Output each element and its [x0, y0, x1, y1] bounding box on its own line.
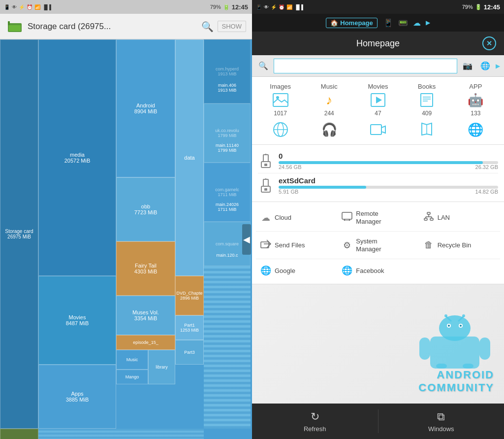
right-panel: 📱 👁 ⚡ ⏰ 📶 ▐▌▌ 79% 🔋 12:45 🏠 Homepage 📱 📟…	[252, 0, 504, 439]
storage-item-0[interactable]: 0 24.56 GB 26.32 GB	[258, 149, 498, 173]
recycle-bin-icon: 🗑	[423, 240, 435, 250]
chevron-right-icon: ▶	[426, 19, 430, 26]
tm-obb[interactable]: obb7723 MiB	[116, 177, 175, 241]
media-item-headphones[interactable]: 🎧	[308, 121, 351, 138]
signal-icon: ▐▌▌	[42, 4, 53, 10]
search-chevron-icon: ▶	[496, 63, 500, 69]
media-item-images[interactable]: Images 1017	[259, 83, 302, 117]
tm-episode[interactable]: episode_15_	[116, 335, 175, 350]
android-community-text: ANDROID COMMUNITY	[415, 369, 494, 394]
action-facebook[interactable]: 🌐 Facebook	[337, 259, 418, 282]
r-signal-icon: ▐▌▌	[294, 4, 305, 10]
battery-icon: 🔋	[223, 4, 230, 10]
r-battery-percent: 79%	[462, 4, 473, 10]
facebook-label: Facebook	[356, 267, 384, 275]
header-close-button[interactable]: ✕	[482, 36, 496, 50]
media-item-video[interactable]	[356, 121, 400, 138]
media-item-globe2[interactable]: 🌐	[454, 121, 497, 138]
svg-rect-30	[427, 212, 430, 214]
svg-point-47	[444, 314, 447, 317]
left-toolbar-title: Storage card (26975...	[28, 22, 197, 32]
tm-data[interactable]: data	[175, 39, 204, 276]
svg-point-44	[460, 325, 462, 327]
svg-point-48	[462, 314, 465, 317]
tm-movies[interactable]: Movies8487 MiB	[38, 276, 116, 365]
search-input[interactable]	[274, 59, 457, 73]
windows-button[interactable]: ⧉ Windows	[378, 404, 504, 439]
tm-main11140[interactable]: main.111401799 MiB	[204, 103, 251, 163]
treemap-container: Storage card26975 MiB media20572 MiB Mov…	[0, 39, 252, 439]
movies-label: Movies	[368, 83, 388, 90]
tm-main24026[interactable]: main.240261711 MiB	[204, 163, 251, 222]
search-right-icon[interactable]: 📷	[460, 59, 475, 73]
storage-info-0: 0 24.56 GB 26.32 GB	[279, 152, 498, 170]
google-label: Google	[275, 267, 295, 275]
svg-rect-50	[479, 338, 490, 360]
svg-rect-32	[430, 218, 433, 220]
tm-apps[interactable]: Apps3885 MiB	[38, 365, 116, 429]
wifi-icon: 📶	[34, 4, 40, 10]
show-button[interactable]: SHOW	[218, 21, 246, 32]
tm-storage-card[interactable]: Storage card26975 MiB	[0, 39, 38, 429]
tm-mango[interactable]: Mango	[116, 370, 148, 384]
app-icon: 🤖	[468, 91, 483, 109]
r-sim-icon: 📱	[256, 4, 262, 10]
tm-system-data[interactable]: System data	[0, 429, 38, 439]
refresh-button[interactable]: ↻ Refresh	[252, 404, 378, 439]
tm-main406[interactable]: main.4061913 MiB	[204, 39, 251, 103]
svg-rect-51	[436, 364, 447, 369]
storage-bar-bg-0	[279, 161, 498, 164]
tm-muses[interactable]: Muses Vol.3354 MiB	[116, 296, 175, 335]
android-community-section: ANDROID COMMUNITY	[252, 284, 504, 404]
music-icon: ♪	[326, 91, 332, 109]
tm-part1[interactable]: Part11253 MiB	[175, 315, 204, 340]
tm-part3[interactable]: Part3	[175, 340, 204, 365]
media-item-web[interactable]	[259, 121, 302, 138]
r-battery-icon: 🔋	[475, 4, 482, 10]
books-label: Books	[418, 83, 436, 90]
right-status-icons: 📱 👁 ⚡ ⏰ 📶 ▐▌▌	[256, 4, 305, 10]
ebook-icon	[420, 121, 434, 138]
homepage-nav-button[interactable]: 🏠 Homepage	[326, 18, 377, 28]
storage-info-ext: extSdCard 5.91 GB 14.82 GB	[279, 176, 498, 195]
cloud-action-label: Cloud	[275, 214, 291, 222]
remote-manager-label: RemoteManager	[356, 210, 381, 225]
right-status-time: 12:45	[484, 3, 500, 11]
movies-count: 47	[375, 110, 381, 117]
media-item-movies[interactable]: Movies 47	[356, 83, 400, 117]
tm-media[interactable]: media20572 MiB	[38, 39, 116, 276]
tm-music[interactable]: Music	[116, 350, 148, 370]
left-toolbar: Storage card (26975... 🔍 SHOW	[0, 14, 252, 39]
left-arrow-icon[interactable]: ◀	[242, 224, 251, 255]
svg-rect-3	[8, 21, 10, 25]
bt-icon: ⚡	[19, 4, 25, 10]
storage-section: 0 24.56 GB 26.32 GB extSdCard	[252, 145, 504, 202]
svg-marker-16	[381, 126, 385, 133]
battery-percent: 79%	[210, 4, 221, 10]
media-item-ebook[interactable]	[405, 121, 448, 138]
action-recycle-bin[interactable]: 🗑 Recycle Bin	[419, 232, 500, 259]
search-left-icon[interactable]: 🔍	[256, 59, 271, 73]
media-item-app[interactable]: APP 🤖 133	[454, 83, 497, 117]
search-icon[interactable]: 🔍	[201, 21, 214, 33]
action-system-manager[interactable]: ⚙ SystemManager	[337, 232, 418, 259]
storage-item-ext[interactable]: extSdCard 5.91 GB 14.82 GB	[258, 173, 498, 198]
media-item-books[interactable]: Books 409	[405, 83, 448, 117]
action-send-files[interactable]: Send Files	[256, 232, 337, 259]
google-icon: 🌐	[260, 265, 272, 276]
action-google[interactable]: 🌐 Google	[256, 259, 337, 282]
tm-dvd[interactable]: DVD_Chapte2896 MiB	[175, 276, 204, 315]
system-manager-icon: ⚙	[341, 240, 353, 251]
tm-library[interactable]: library	[148, 350, 175, 384]
action-lan[interactable]: LAN	[419, 204, 500, 232]
r-alarm-icon: ⏰	[279, 4, 284, 10]
search-globe-icon[interactable]: 🌐	[478, 59, 493, 73]
tm-fairy-tail[interactable]: Fairy Tail4303 MiB	[116, 241, 175, 296]
svg-rect-52	[463, 364, 473, 369]
tm-android[interactable]: Android8904 MiB	[116, 39, 175, 177]
action-cloud[interactable]: ☁ Cloud	[256, 204, 337, 232]
images-label: Images	[270, 83, 291, 90]
action-remote-manager[interactable]: RemoteManager	[337, 204, 418, 232]
send-files-icon	[260, 239, 272, 251]
media-item-music[interactable]: Music ♪ 244	[308, 83, 351, 117]
